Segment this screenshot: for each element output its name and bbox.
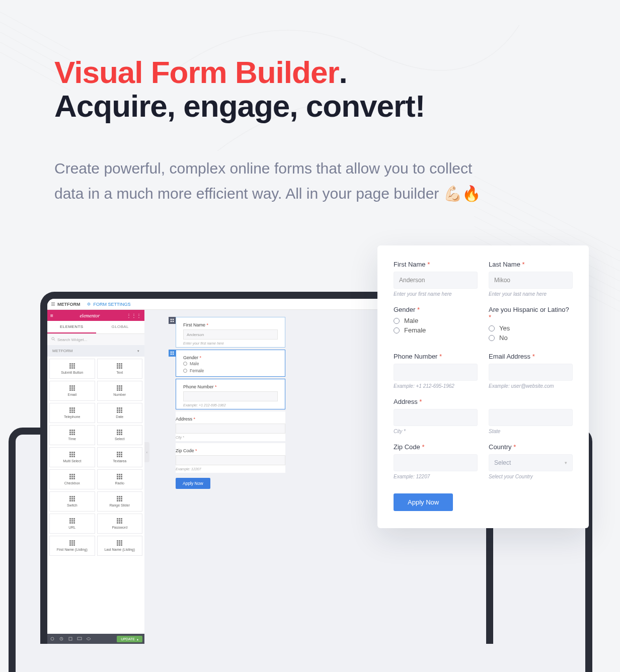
widget-textarea[interactable]: Textarea [97, 447, 143, 467]
canvas-block-phone[interactable]: Phone Number * Example: +1 212-695-1962 [176, 379, 285, 409]
history-icon[interactable] [67, 636, 73, 642]
settings-icon[interactable] [49, 636, 55, 642]
grip-icon [117, 496, 122, 501]
update-button[interactable]: UPDATE ▴ [117, 636, 142, 642]
widget-switch[interactable]: Switch [49, 491, 95, 512]
widget-url[interactable]: URL [49, 514, 95, 534]
input-state[interactable] [489, 409, 573, 426]
radio-female[interactable]: Female [394, 326, 478, 334]
svg-rect-17 [171, 321, 172, 322]
tab-global[interactable]: GLOBAL [96, 321, 145, 333]
canvas-input-phone[interactable] [183, 391, 278, 401]
widget-telephone[interactable]: Telephone [49, 403, 95, 423]
help-first-name: Enter your first name here [394, 291, 478, 297]
widget-text[interactable]: Text [97, 359, 143, 379]
topbar-title: METFORM [57, 302, 81, 307]
canvas-radio-male[interactable]: Male [183, 360, 278, 367]
section-header-metform[interactable]: METFORM ▾ [47, 345, 144, 357]
widget-last-name-listing-[interactable]: Last Name (Listing) [97, 536, 143, 556]
radio-icon [394, 327, 400, 333]
radio-male[interactable]: Male [394, 317, 478, 324]
widget-checkbox[interactable]: Checkbox [49, 469, 95, 489]
widget-password[interactable]: Password [97, 514, 143, 534]
widget-number[interactable]: Number [97, 381, 143, 401]
svg-point-23 [51, 637, 54, 640]
canvas-block-gender[interactable]: Gender * Male Female [176, 350, 285, 377]
preview-icon[interactable] [86, 636, 92, 642]
help-country: Select your Country [489, 474, 573, 479]
block-handle-icon[interactable] [169, 350, 176, 357]
input-zip[interactable] [394, 454, 478, 471]
canvas-block-zip[interactable]: Zip Code * Example: 12207 [176, 443, 285, 473]
revisions-icon[interactable] [58, 636, 64, 642]
input-email[interactable] [489, 364, 573, 381]
label-state-spacer [489, 398, 573, 405]
form-preview-card: First Name * Anderson Enter your first n… [377, 245, 589, 528]
tab-elements[interactable]: ELEMENTS [47, 321, 96, 333]
input-last-name[interactable]: Mikoo [489, 272, 573, 289]
widget-submit-button[interactable]: Submit Button [49, 359, 95, 379]
apps-icon[interactable]: ⋮⋮⋮ [126, 313, 141, 318]
radio-icon [394, 318, 400, 324]
form-settings-link[interactable]: FORM SETTINGS [87, 302, 131, 307]
widget-range-slider[interactable]: Range Slider [97, 491, 143, 512]
grip-icon [117, 407, 122, 413]
widget-radio[interactable]: Radio [97, 469, 143, 489]
widget-time[interactable]: Time [49, 425, 95, 445]
canvas-input-address[interactable] [176, 424, 285, 434]
widget-search[interactable]: Search Widget... [47, 334, 144, 345]
widget-date[interactable]: Date [97, 403, 143, 423]
label-hispanic: Are you Hispanic or Latino? * [489, 306, 573, 321]
widget-multi-select[interactable]: Multi Select [49, 447, 95, 467]
hamburger-icon[interactable]: ≡ [50, 313, 53, 318]
sidebar-collapse-handle[interactable]: ‹ [144, 442, 149, 462]
help-state: State [489, 429, 573, 434]
select-country[interactable]: Select▾ [489, 454, 573, 471]
radio-yes[interactable]: Yes [489, 324, 573, 332]
svg-rect-20 [173, 352, 174, 353]
canvas-input-first-name[interactable]: Anderson [183, 329, 278, 340]
canvas-block-first-name[interactable]: First Name * Anderson Enter your first n… [176, 317, 285, 348]
label-first-name: First Name * [394, 261, 478, 268]
elementor-header: ≡ elementor ⋮⋮⋮ [47, 310, 144, 321]
block-handle-icon[interactable] [169, 317, 176, 324]
responsive-icon[interactable] [76, 636, 83, 642]
input-first-name[interactable]: Anderson [394, 272, 478, 289]
menu-icon[interactable] [50, 302, 55, 307]
grip-icon [69, 540, 75, 546]
search-icon [51, 337, 55, 342]
grip-icon [69, 363, 75, 369]
label-address: Address * [394, 398, 478, 405]
chevron-down-icon: ▾ [137, 349, 139, 353]
widget-email[interactable]: Email [49, 381, 95, 401]
help-phone: Example: +1 212-695-1962 [394, 383, 478, 389]
grip-icon [69, 407, 75, 413]
help-email: Example: user@website.com [489, 383, 573, 389]
sidebar-tabs: ELEMENTS GLOBAL [47, 321, 144, 334]
widget-first-name-listing-[interactable]: First Name (Listing) [49, 536, 95, 556]
svg-rect-18 [173, 321, 174, 322]
radio-icon [489, 335, 495, 341]
svg-rect-19 [171, 352, 172, 353]
apply-now-button[interactable]: Apply Now [394, 493, 453, 511]
label-zip: Zip Code * [394, 443, 478, 451]
label-email: Email Address * [489, 353, 573, 360]
radio-no[interactable]: No [489, 334, 573, 342]
widget-grid: Submit ButtonTextEmailNumberTelephoneDat… [47, 357, 144, 558]
svg-line-4 [0, 0, 70, 50]
elementor-logo: elementor [80, 313, 100, 318]
grip-icon [117, 518, 122, 524]
widget-select[interactable]: Select [97, 425, 143, 445]
svg-point-12 [88, 303, 90, 305]
hero-heading: Visual Form Builder. Acquire, engage, co… [54, 54, 507, 124]
input-phone[interactable] [394, 364, 478, 381]
canvas-block-address[interactable]: Address * City * [176, 411, 285, 441]
chevron-down-icon: ▾ [565, 460, 567, 465]
input-city[interactable] [394, 409, 478, 426]
hero-subheading: Create powerful, complex online forms th… [54, 156, 497, 206]
label-phone: Phone Number * [394, 353, 478, 360]
canvas-apply-button[interactable]: Apply Now [176, 478, 210, 489]
gear-icon [87, 302, 92, 307]
canvas-input-zip[interactable] [176, 455, 285, 465]
canvas-radio-female[interactable]: Female [183, 367, 278, 374]
